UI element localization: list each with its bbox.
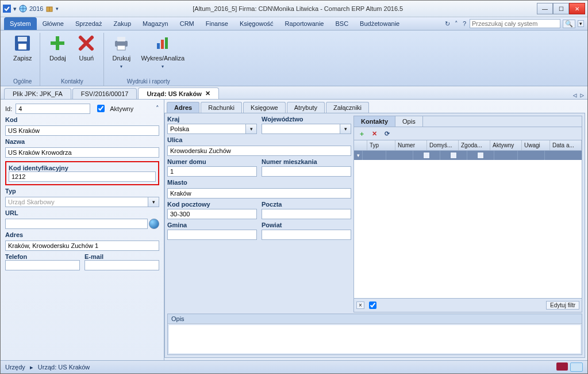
minimize-button[interactable]: —	[537, 3, 553, 14]
kodid-field[interactable]	[9, 171, 156, 182]
maximize-button[interactable]: ☐	[553, 3, 569, 14]
delete-button[interactable]: Usuń	[75, 33, 98, 63]
col-uwagi[interactable]: Uwagi	[522, 140, 550, 150]
col-numer[interactable]: Numer	[395, 140, 427, 150]
breadcrumb-root[interactable]: Urzędy	[5, 364, 25, 371]
chart-dropdown-icon[interactable]: ▾	[162, 64, 164, 69]
menu-tab-raportowanie[interactable]: Raportowanie	[279, 17, 330, 30]
refresh-icon[interactable]: ↻	[445, 17, 450, 30]
opis-textarea[interactable]	[169, 325, 581, 353]
filter-cell[interactable]	[386, 151, 413, 160]
subtab-opis[interactable]: Opis	[395, 116, 423, 127]
search-icon[interactable]: 🔍	[563, 20, 575, 28]
col-blank[interactable]	[354, 140, 367, 150]
doc-tab[interactable]: Plik JPK: JPK_FA	[4, 88, 71, 99]
close-button[interactable]: ✕	[569, 3, 585, 14]
typ-dropdown-button[interactable]: ▾	[148, 197, 159, 207]
save-button[interactable]: Zapisz	[11, 33, 34, 63]
menu-tab-finanse[interactable]: Finanse	[200, 17, 234, 30]
filter-cell[interactable]	[363, 151, 386, 160]
kodp-field[interactable]	[167, 209, 257, 219]
help-icon[interactable]: ?	[463, 17, 466, 30]
woj-dropdown-button[interactable]: ▾	[340, 124, 351, 134]
email-field[interactable]	[84, 260, 159, 270]
print-button[interactable]: Drukuj ▾	[110, 33, 133, 70]
powiat-field[interactable]	[262, 230, 351, 240]
checkbox-icon[interactable]	[450, 152, 457, 159]
menu-tab-bsc[interactable]: BSC	[329, 17, 354, 30]
menu-tab-system[interactable]: System	[4, 17, 37, 30]
miasto-field[interactable]	[167, 188, 351, 199]
tab-prev-icon[interactable]: ◁	[573, 91, 577, 99]
tab-atrybuty[interactable]: Atrybuty	[287, 102, 325, 113]
filter-cell[interactable]	[413, 151, 440, 160]
adres-field[interactable]	[5, 241, 159, 251]
add-contact-button[interactable]: ＋	[357, 129, 366, 138]
subtab-kontakty[interactable]: Kontakty	[354, 116, 395, 127]
tab-next-icon[interactable]: ▷	[580, 91, 584, 99]
col-typ[interactable]: Typ	[367, 140, 395, 150]
search-input[interactable]	[470, 19, 560, 28]
dropdown-icon[interactable]: ▾	[13, 5, 17, 13]
telefon-field[interactable]	[5, 260, 80, 270]
nrmieszk-field[interactable]	[262, 166, 351, 177]
menu-tab-sprzedaz[interactable]: Sprzedaż	[70, 17, 107, 30]
menu-tab-glowne[interactable]: Główne	[37, 17, 70, 30]
menu-tab-budzetowanie[interactable]: Budżetowanie	[354, 17, 405, 30]
edit-filter-button[interactable]: Edytuj filtr	[546, 301, 579, 310]
menu-tab-zakup[interactable]: Zakup	[107, 17, 137, 30]
refresh-contacts-button[interactable]: ⟳	[382, 129, 391, 138]
search-dropdown-icon[interactable]: ▾	[578, 20, 584, 27]
checkbox-icon[interactable]	[423, 152, 430, 159]
plus-icon	[48, 34, 67, 52]
col-data[interactable]: Data a...	[550, 140, 582, 150]
kraj-dropdown-button[interactable]: ▾	[245, 124, 257, 134]
active-checkbox[interactable]	[97, 105, 105, 112]
breadcrumb-sep-icon: ▸	[30, 364, 33, 371]
tab-rachunki[interactable]: Rachunki	[201, 102, 242, 113]
filter-cell[interactable]	[518, 151, 545, 160]
tab-adres[interactable]: Adres	[167, 102, 199, 113]
print-dropdown-icon[interactable]: ▾	[120, 64, 122, 69]
menu-tab-ksiegowosc[interactable]: Księgowość	[234, 17, 279, 30]
filter-checkbox[interactable]	[369, 302, 376, 309]
col-zgoda[interactable]: Zgoda...	[459, 140, 490, 150]
document-tabs: Plik JPK: JPK_FA FSV/2016/00017 Urząd: U…	[1, 86, 587, 100]
ulica-field[interactable]	[167, 146, 351, 156]
chevron-up-icon[interactable]: ˄	[455, 17, 458, 30]
close-icon[interactable]: ✕	[205, 90, 210, 97]
nazwa-field[interactable]	[5, 147, 159, 158]
svg-rect-6	[18, 44, 26, 49]
filter-cell[interactable]	[440, 151, 467, 160]
url-field[interactable]	[5, 219, 148, 229]
filter-indicator[interactable]: ▾	[354, 151, 363, 160]
miasto-label: Miasto	[167, 179, 351, 186]
filter-cell[interactable]	[494, 151, 518, 160]
nrdomu-field[interactable]	[167, 166, 257, 177]
tab-ksiegowe[interactable]: Księgowe	[243, 102, 286, 113]
globe-icon[interactable]	[149, 219, 159, 229]
col-aktywny[interactable]: Aktywny	[490, 140, 522, 150]
menu-tab-magazyn[interactable]: Magazyn	[137, 17, 174, 30]
package-icon[interactable]	[45, 5, 53, 13]
tab-zalaczniki[interactable]: Załączniki	[326, 102, 369, 113]
clear-filter-button[interactable]: ×	[356, 302, 364, 309]
chevron-up-icon[interactable]: ˄	[156, 105, 159, 112]
add-button[interactable]: Dodaj	[46, 33, 69, 63]
grid-body[interactable]	[354, 160, 582, 298]
id-field[interactable]	[16, 104, 90, 114]
doc-tab[interactable]: FSV/2016/00017	[72, 88, 137, 99]
woj-field[interactable]	[262, 124, 340, 134]
chart-button[interactable]: Wykres/Analiza ▾	[139, 33, 187, 70]
checkbox-icon[interactable]	[477, 152, 484, 159]
doc-tab-active[interactable]: Urząd: US Kraków ✕	[138, 87, 218, 99]
globe-ql-icon[interactable]	[19, 5, 27, 13]
delete-contact-button[interactable]: ✕	[370, 129, 379, 138]
kod-field[interactable]	[5, 125, 159, 136]
poczta-field[interactable]	[262, 209, 351, 219]
gmina-field[interactable]	[167, 230, 257, 240]
filter-cell[interactable]	[467, 151, 494, 160]
col-domys[interactable]: Domyś...	[427, 140, 459, 150]
kraj-field[interactable]	[167, 124, 245, 134]
menu-tab-crm[interactable]: CRM	[174, 17, 200, 30]
